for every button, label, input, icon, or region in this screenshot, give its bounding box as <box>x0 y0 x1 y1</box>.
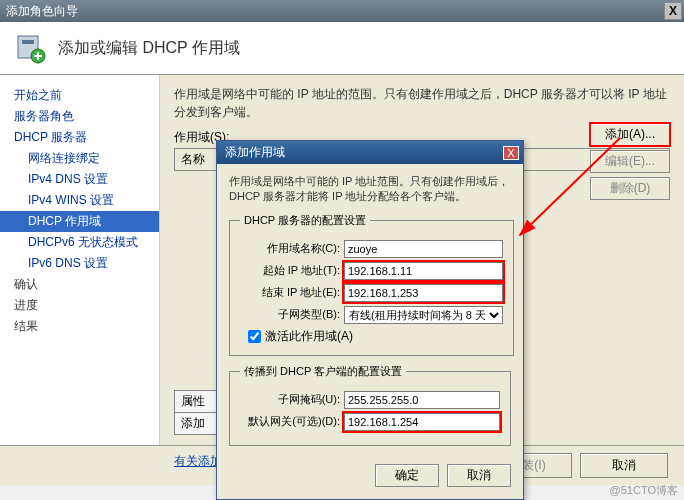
close-icon[interactable]: X <box>664 2 682 20</box>
step-dhcpv6[interactable]: DHCPv6 无状态模式 <box>0 232 159 253</box>
delete-button: 删除(D) <box>590 177 670 200</box>
step-ipv6-dns[interactable]: IPv6 DNS 设置 <box>0 253 159 274</box>
activate-checkbox[interactable] <box>248 330 261 343</box>
cancel-button[interactable]: 取消 <box>580 453 668 478</box>
edit-button: 编辑(E)... <box>590 150 670 173</box>
window-title: 添加角色向导 <box>6 3 78 20</box>
dialog-title: 添加作用域 <box>225 144 285 161</box>
activate-label: 激活此作用域(A) <box>265 328 353 345</box>
end-ip-input[interactable] <box>344 284 503 302</box>
mask-label: 子网掩码(U): <box>240 392 344 407</box>
end-ip-label: 结束 IP 地址(E): <box>240 285 344 300</box>
client-config-legend: 传播到 DHCP 客户端的配置设置 <box>240 364 406 379</box>
server-icon <box>14 32 46 64</box>
step-ipv4-wins[interactable]: IPv4 WINS 设置 <box>0 190 159 211</box>
step-roles[interactable]: 服务器角色 <box>0 106 159 127</box>
wizard-steps-sidebar: 开始之前 服务器角色 DHCP 服务器 网络连接绑定 IPv4 DNS 设置 I… <box>0 75 160 445</box>
step-dhcp[interactable]: DHCP 服务器 <box>0 127 159 148</box>
step-ipv4-dns[interactable]: IPv4 DNS 设置 <box>0 169 159 190</box>
svg-rect-1 <box>22 40 34 44</box>
server-config-legend: DHCP 服务器的配置设置 <box>240 213 370 228</box>
subnet-type-label: 子网类型(B): <box>240 307 344 322</box>
step-dhcp-scope[interactable]: DHCP 作用域 <box>0 211 159 232</box>
subnet-type-select[interactable]: 有线(租用持续时间将为 8 天 <box>344 306 503 324</box>
dialog-title-bar: 添加作用域 X <box>217 141 523 164</box>
ok-button[interactable]: 确定 <box>375 464 439 487</box>
scope-name-input[interactable] <box>344 240 503 258</box>
step-progress[interactable]: 进度 <box>0 295 159 316</box>
watermark: @51CTO博客 <box>610 483 678 498</box>
window-title-bar: 添加角色向导 X <box>0 0 684 22</box>
server-config-group: DHCP 服务器的配置设置 作用域名称(C): 起始 IP 地址(T): 结束 … <box>229 213 514 356</box>
scope-description: 作用域是网络中可能的 IP 地址的范围。只有创建作用域之后，DHCP 服务器才可… <box>174 85 670 121</box>
gateway-label: 默认网关(可选)(D): <box>240 414 344 429</box>
step-bindings[interactable]: 网络连接绑定 <box>0 148 159 169</box>
scope-name-label: 作用域名称(C): <box>240 241 344 256</box>
client-config-group: 传播到 DHCP 客户端的配置设置 子网掩码(U): 默认网关(可选)(D): <box>229 364 511 446</box>
mask-input[interactable] <box>344 391 500 409</box>
start-ip-label: 起始 IP 地址(T): <box>240 263 344 278</box>
add-button[interactable]: 添加(A)... <box>590 123 670 146</box>
add-scope-dialog: 添加作用域 X 作用域是网络中可能的 IP 地址范围。只有创建作用域后，DHCP… <box>216 140 524 500</box>
wizard-header: 添加或编辑 DHCP 作用域 <box>0 22 684 75</box>
dialog-cancel-button[interactable]: 取消 <box>447 464 511 487</box>
dialog-close-icon[interactable]: X <box>503 146 519 160</box>
page-title: 添加或编辑 DHCP 作用域 <box>58 38 240 59</box>
step-results[interactable]: 结果 <box>0 316 159 337</box>
gateway-input[interactable] <box>344 413 500 431</box>
step-before[interactable]: 开始之前 <box>0 85 159 106</box>
start-ip-input[interactable] <box>344 262 503 280</box>
dialog-hint: 作用域是网络中可能的 IP 地址范围。只有创建作用域后，DHCP 服务器才能将 … <box>229 174 511 205</box>
step-confirm[interactable]: 确认 <box>0 274 159 295</box>
